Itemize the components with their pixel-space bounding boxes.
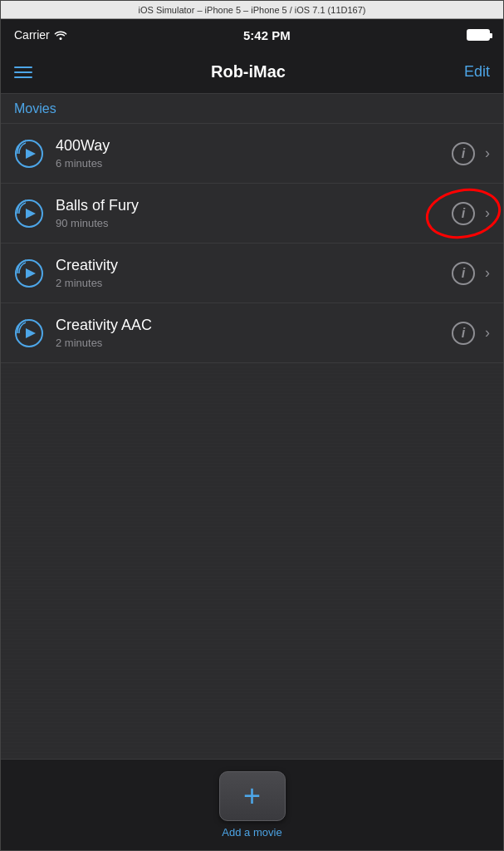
empty-area [1,363,503,759]
chevron-icon-400way: › [485,145,490,162]
chevron-icon-creativity: › [485,264,490,282]
movie-actions-balls-of-fury: i › [452,202,490,225]
simulator-title-text: iOS Simulator – iPhone 5 – iPhone 5 / iO… [139,5,366,15]
nav-bar: Rob-iMac Edit [1,51,503,94]
movie-info-creativity-aac: Creativity AAC 2 minutes [56,317,452,349]
carrier-label: Carrier [14,28,67,42]
movie-actions-400way: i › [452,142,490,165]
movie-duration: 2 minutes [56,277,452,289]
simulator-title-bar: iOS Simulator – iPhone 5 – iPhone 5 / iO… [1,1,503,19]
plus-icon: + [243,781,261,811]
info-button-creativity[interactable]: i [452,262,475,285]
info-button-creativity-aac[interactable]: i [452,322,475,345]
svg-marker-9 [26,328,36,338]
section-header: Movies [1,94,503,124]
play-icon-creativity [14,258,44,288]
movie-duration: 2 minutes [56,337,452,349]
play-icon-400way [14,139,44,169]
movie-list: 400Way 6 minutes i › [1,124,503,759]
movie-title: Balls of Fury [56,197,452,214]
movie-actions-creativity-aac: i › [452,322,490,345]
status-bar: Carrier 5:42 PM [1,19,503,51]
add-movie-label: Add a movie [222,826,281,839]
movie-info-400way: 400Way 6 minutes [56,137,452,170]
edit-button[interactable]: Edit [464,63,490,81]
movie-actions-creativity: i › [452,262,490,285]
svg-point-0 [59,37,61,40]
play-icon-balls-of-fury [14,199,44,229]
wifi-icon [54,30,67,40]
svg-marker-7 [26,268,36,278]
movie-title: Creativity AAC [56,317,452,334]
bottom-toolbar: + Add a movie [1,759,503,850]
nav-title: Rob-iMac [211,62,286,81]
movie-title: Creativity [56,257,452,274]
iphone-frame: Carrier 5:42 PM Rob-iMac Edit Movies [1,19,503,850]
movie-info-creativity: Creativity 2 minutes [56,257,452,289]
svg-marker-4 [26,209,36,219]
movie-duration: 90 minutes [56,217,452,229]
movie-duration: 6 minutes [56,157,452,170]
section-header-text: Movies [14,101,56,116]
movie-item-balls-of-fury[interactable]: Balls of Fury 90 minutes i › [1,184,503,243]
add-movie-button[interactable]: + [219,771,286,821]
movie-item-creativity-aac[interactable]: Creativity AAC 2 minutes i › [1,303,503,363]
movie-info-balls-of-fury: Balls of Fury 90 minutes [56,197,452,229]
battery-icon [467,29,490,41]
movie-item-creativity[interactable]: Creativity 2 minutes i › [1,243,503,303]
chevron-icon-balls-of-fury: › [485,204,490,222]
menu-button[interactable] [14,66,32,78]
chevron-icon-creativity-aac: › [485,324,490,342]
svg-marker-2 [26,149,36,159]
status-time: 5:42 PM [243,28,291,42]
info-button-balls-of-fury[interactable]: i [452,202,475,225]
play-icon-creativity-aac [14,318,44,348]
simulator-wrapper: iOS Simulator – iPhone 5 – iPhone 5 / iO… [0,0,504,851]
movie-item-400way[interactable]: 400Way 6 minutes i › [1,124,503,184]
movie-title: 400Way [56,137,452,155]
info-button-400way[interactable]: i [452,142,475,165]
